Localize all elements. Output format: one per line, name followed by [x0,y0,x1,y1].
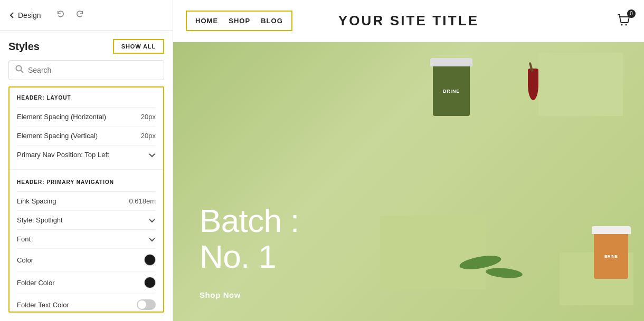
styles-title: Styles [8,41,40,53]
setting-link-spacing: Link Spacing 0.618em [17,191,156,210]
setting-element-spacing-v: Element Spacing (Vertical) 20px [17,126,156,145]
header-layout-title: HEADER: LAYOUT [17,95,156,101]
back-button[interactable]: Design [8,11,41,20]
hero-content: Batch : No. 1 Shop Now [200,203,299,300]
setting-label: Color [17,256,33,264]
hero-title-line2: No. 1 [200,239,299,275]
setting-folder-text-color[interactable]: Folder Text Color [17,294,156,313]
topbar: Design [0,0,173,31]
section-divider [10,169,163,170]
setting-label: Font [17,235,31,243]
header-layout-section: HEADER: LAYOUT Element Spacing (Horizont… [10,87,163,167]
setting-value: 20px [141,132,156,140]
svg-line-1 [21,71,24,73]
setting-label: Style: Spotlight [17,216,63,224]
svg-point-3 [626,24,627,25]
setting-value: 20px [141,113,156,121]
left-panel: Design Styles SHOW ALL [0,0,173,321]
cart-badge: 0 [627,9,636,18]
setting-label: Primary Nav Position: Top Left [17,151,109,159]
setting-color[interactable]: Color [17,248,156,271]
jar-green: BRINE [433,58,470,116]
jar-amber: BRINE [594,226,628,279]
hero-title-line1: Batch : [200,203,299,239]
hero-section: BRINE BRINE Batch : No. 1 Shop Now [173,42,644,321]
setting-label: Folder Color [17,279,55,287]
show-all-button[interactable]: SHOW ALL [113,39,164,54]
svg-point-2 [621,24,623,25]
shop-now-button[interactable]: Shop Now [200,290,241,299]
style-dropdown[interactable] [148,217,156,224]
setting-element-spacing-h: Element Spacing (Horizontal) 20px [17,107,156,126]
svg-point-0 [16,66,22,71]
history-buttons [54,7,87,23]
setting-font[interactable]: Font [17,229,156,248]
right-panel: HOME SHOP BLOG YOUR SITE TITLE 0 [173,0,644,321]
search-box [8,60,164,80]
cart-icon[interactable] [617,20,631,29]
beet [528,69,538,100]
jar-label: BRINE [604,254,618,259]
hero-title: Batch : No. 1 [200,203,299,275]
back-label: Design [18,11,41,20]
platform-left [380,216,486,289]
folder-color-swatch[interactable] [144,277,156,288]
nav-position-dropdown[interactable] [148,151,156,159]
folder-text-color-toggle[interactable] [137,299,156,310]
site-header: HOME SHOP BLOG YOUR SITE TITLE 0 [173,0,644,42]
setting-value: 0.618em [129,197,156,205]
nav-shop[interactable]: SHOP [229,17,250,25]
cart-area[interactable]: 0 [617,13,631,30]
styles-header: Styles SHOW ALL [0,31,173,60]
setting-label: Element Spacing (Horizontal) [17,113,106,121]
settings-panel: HEADER: LAYOUT Element Spacing (Horizont… [8,86,164,313]
header-nav-section: HEADER: PRIMARY NAVIGATION Link Spacing … [10,172,163,313]
jar-label: BRINE [443,89,460,94]
setting-nav-position[interactable]: Primary Nav Position: Top Left [17,145,156,164]
setting-label: Folder Text Color [17,301,69,309]
setting-label: Link Spacing [17,197,56,205]
undo-button[interactable] [54,7,68,23]
setting-folder-color[interactable]: Folder Color [17,271,156,294]
redo-button[interactable] [73,7,87,23]
site-title: YOUR SITE TITLE [338,13,479,29]
nav-area: HOME SHOP BLOG [186,11,292,31]
search-input[interactable] [28,66,157,74]
nav-blog[interactable]: BLOG [261,17,283,25]
setting-label: Element Spacing (Vertical) [17,132,98,140]
nav-home[interactable]: HOME [195,17,218,25]
platform-right-top [538,53,623,116]
setting-style-spotlight[interactable]: Style: Spotlight [17,210,156,229]
search-icon [15,65,24,75]
header-nav-title: HEADER: PRIMARY NAVIGATION [17,179,156,185]
color-swatch[interactable] [144,254,156,266]
font-dropdown[interactable] [148,236,156,243]
